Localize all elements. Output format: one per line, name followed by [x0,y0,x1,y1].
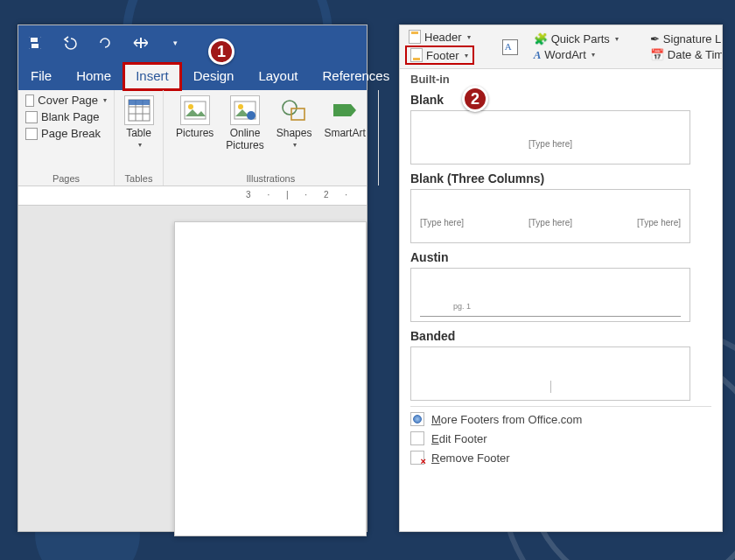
section-banded-title: Banded [410,329,711,343]
footer-button[interactable]: Footer▾ [405,46,474,65]
footer-icon [410,48,423,62]
placeholder-text: [Type here] [637,218,681,237]
svg-rect-5 [140,38,142,48]
quick-parts-button[interactable]: 🧩Quick Parts▾ [530,32,622,46]
tab-home[interactable]: Home [64,63,123,90]
placeholder-text: [Type here] [528,139,572,158]
qat-more-icon[interactable]: ▾ [167,35,183,51]
section-austin-title: Austin [410,250,711,264]
globe-icon [410,412,424,426]
tab-design[interactable]: Design [181,63,247,90]
svg-point-17 [283,101,297,115]
group-label-pages: Pages [25,172,107,184]
svg-point-13 [188,104,193,109]
tab-insert[interactable]: Insert [123,63,181,90]
word-window-left: ▾ File Home Insert Design Layout Referen… [18,24,368,532]
table-button[interactable]: Table▾ [122,94,156,150]
undo-icon[interactable] [62,35,78,51]
placeholder-text: [Type here] [528,218,572,237]
blank-page-button[interactable]: Blank Page [25,110,107,123]
ruler: 3 · | · 2 · [18,186,367,206]
remove-footer-item[interactable]: Remove Footer [410,451,711,465]
group-tables: Table▾ Tables [115,90,164,186]
callout-badge-1: 1 [208,38,234,65]
wordart-button[interactable]: AWordArt▾ [530,47,622,63]
date-time-button[interactable]: 📅Date & Time [647,47,723,62]
ribbon-tabs: File Home Insert Design Layout Reference… [18,60,367,90]
page-number-text: pg. 1 [453,302,471,311]
smartart-icon [330,95,360,125]
svg-rect-3 [32,44,38,48]
page-break-button[interactable]: Page Break [25,127,107,140]
online-pictures-button[interactable]: Online Pictures [220,94,269,153]
tab-references[interactable]: References [310,63,402,90]
footer-gallery-panel: Header▾ Footer▾ 🧩Quick Parts▾ AWordArt▾ … [399,24,723,532]
footer-menu-list: More Footers from Office.com Edit Footer… [410,406,711,465]
edit-footer-icon [410,431,424,445]
remove-footer-icon [410,451,424,465]
document-area[interactable] [18,206,367,531]
footer-gallery: Built-in Blank [Type here] Blank (Three … [400,73,722,470]
ribbon: Cover Page▾ Blank Page Page Break Pages … [18,90,367,186]
footer-option-blank[interactable]: [Type here] [410,110,690,164]
svg-point-15 [238,104,243,109]
text-box-button[interactable] [499,38,522,56]
section-blank-title: Blank [410,93,711,107]
group-label-tables: Tables [122,172,156,184]
footer-option-banded[interactable] [410,346,690,401]
footer-option-austin[interactable]: pg. 1 [410,268,690,322]
cover-page-button[interactable]: Cover Page▾ [25,94,107,107]
pictures-icon [180,95,210,125]
callout-badge-2: 2 [462,86,488,112]
group-illustrations: Pictures Online Pictures Shapes▾ SmartAr… [164,90,379,186]
wordart-icon: A [534,48,542,62]
edit-footer-item[interactable]: Edit Footer [410,431,711,445]
more-footers-item[interactable]: More Footers from Office.com [410,412,711,426]
built-in-label: Built-in [410,73,711,86]
group-label-illustrations: Illustrations [171,172,371,184]
section-blank3-title: Blank (Three Columns) [410,172,711,186]
quick-parts-icon: 🧩 [534,32,548,46]
title-bar: ▾ [18,25,367,60]
header-button[interactable]: Header▾ [405,29,474,45]
group-pages: Cover Page▾ Blank Page Page Break Pages [18,90,115,186]
shapes-button[interactable]: Shapes▾ [271,94,318,153]
svg-rect-2 [31,38,38,42]
ribbon-header-footer-group: Header▾ Footer▾ 🧩Quick Parts▾ AWordArt▾ … [400,25,722,69]
tab-layout[interactable]: Layout [246,63,310,90]
placeholder-text: [Type here] [420,218,464,237]
touch-mode-icon[interactable] [132,35,148,51]
footer-option-blank-three-columns[interactable]: [Type here] [Type here] [Type here] [410,189,690,243]
shapes-icon [279,95,309,125]
date-time-icon: 📅 [650,48,664,61]
svg-point-16 [247,111,256,120]
pictures-button[interactable]: Pictures [171,94,219,153]
redo-icon[interactable] [97,35,113,51]
online-pictures-icon [230,95,260,125]
smartart-button[interactable]: SmartArt [318,94,370,153]
table-icon [124,95,154,125]
svg-rect-11 [129,100,150,105]
document-page[interactable] [174,221,367,536]
text-box-icon [502,39,518,55]
save-icon[interactable] [27,35,43,51]
signature-line-button[interactable]: ✒Signature Line [647,32,723,46]
signature-icon: ✒ [650,32,660,46]
tab-file[interactable]: File [18,63,64,90]
header-icon [409,30,421,44]
